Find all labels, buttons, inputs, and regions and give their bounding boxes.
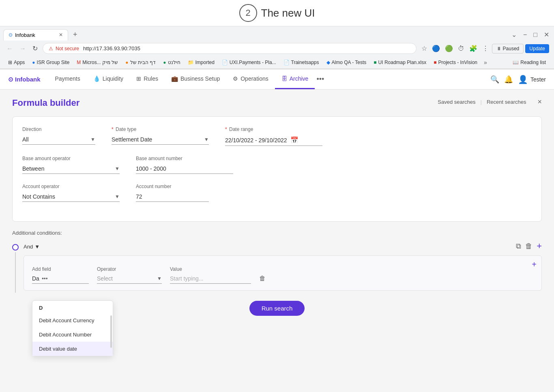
- dropdown-scrollbar[interactable]: [110, 315, 112, 348]
- operator-select[interactable]: Select ▼: [97, 274, 162, 284]
- copy-condition-button[interactable]: ⧉: [516, 242, 521, 251]
- roadmap-icon: ■: [374, 60, 376, 65]
- bookmark-ui-roadmap[interactable]: ■ UI Roadmap Plan.xlsx: [370, 58, 429, 66]
- operations-icon: ⚙: [233, 75, 238, 82]
- almo-label: Almo QA - Tests: [332, 60, 367, 65]
- form-row-3: Account operator Not Contains ▼ Account …: [22, 184, 532, 202]
- bookmark-apps[interactable]: ⊞ Apps: [5, 58, 28, 66]
- nav-more-button[interactable]: •••: [316, 75, 324, 84]
- title-bar: 2 The new UI: [0, 0, 554, 26]
- bookmark-micros[interactable]: M Micros... של מיק: [73, 58, 121, 66]
- date-type-select[interactable]: Settlement Date ▼: [112, 135, 209, 145]
- condition-box-add-button[interactable]: +: [532, 260, 537, 269]
- nav-payments[interactable]: Payments: [49, 69, 87, 89]
- profile-icon[interactable]: 🟢: [443, 43, 455, 54]
- delete-condition-button[interactable]: 🗑: [525, 242, 533, 251]
- business-label: Business Setup: [180, 75, 220, 82]
- almo-icon: ◆: [326, 60, 330, 65]
- bookmark-daf[interactable]: ● דף הבית של: [122, 58, 159, 66]
- formula-title: Formula builder: [12, 98, 79, 108]
- nav-items: Payments 💧 Liquidity ⊞ Rules 💼 Business …: [49, 69, 315, 89]
- bookmark-icon[interactable]: ☆: [420, 43, 429, 54]
- reload-button[interactable]: ↻: [31, 43, 39, 54]
- nav-user[interactable]: 👤 Tester: [518, 75, 546, 84]
- condition-content: And ▼ ⧉ 🗑 + + Add field: [24, 241, 542, 291]
- base-amount-operator-label: Base amount operator: [22, 156, 120, 161]
- account-operator-field: Account operator Not Contains ▼: [22, 184, 120, 202]
- nav-bell-icon[interactable]: 🔔: [504, 75, 513, 84]
- nav-liquidity[interactable]: 💧 Liquidity: [87, 69, 130, 89]
- value-label: Value: [170, 266, 251, 272]
- base-amount-operator-select[interactable]: Between ▼: [22, 164, 120, 174]
- condition-row-delete-button[interactable]: 🗑: [259, 275, 266, 284]
- account-operator-value: Not Contains: [22, 193, 55, 200]
- forward-button[interactable]: →: [18, 43, 28, 54]
- back-button[interactable]: ←: [5, 43, 15, 54]
- account-operator-select[interactable]: Not Contains ▼: [22, 192, 120, 202]
- calendar-icon[interactable]: 📅: [290, 136, 298, 144]
- reading-list-button[interactable]: 📖 Reading list: [509, 58, 549, 66]
- address-bar: ← → ↻ ⚠ Not secure http://17.336.93.90:7…: [0, 41, 554, 56]
- dropdown-item-debit-date[interactable]: Debit value date: [32, 342, 113, 356]
- condition-connector[interactable]: And ▼: [24, 244, 40, 250]
- maximize-button[interactable]: □: [532, 30, 539, 40]
- reading-list-icon: 📖: [513, 60, 519, 65]
- base-amount-number-value[interactable]: 1000 - 2000: [136, 164, 233, 174]
- paused-label: Paused: [503, 46, 520, 51]
- recent-searches-link[interactable]: Recent searches: [487, 99, 526, 105]
- base-amount-operator-arrow-icon: ▼: [115, 166, 120, 171]
- operator-container: Operator Select ▼: [97, 266, 162, 284]
- menu-icon[interactable]: ⋮: [481, 43, 490, 54]
- extensions-icon[interactable]: 🔵: [430, 43, 442, 54]
- dropdown-item-debit-number[interactable]: Debit Account Number: [32, 328, 113, 342]
- rules-label: Rules: [144, 75, 158, 82]
- archive-icon: 🗄: [281, 75, 287, 82]
- formula-close-button[interactable]: ×: [537, 98, 542, 106]
- bookmark-invision[interactable]: ■ Projects - InVision: [430, 58, 481, 66]
- collapse-tabs-button[interactable]: ⌄: [510, 29, 518, 40]
- form-row-2: Base amount operator Between ▼ Base amou…: [22, 156, 532, 174]
- saved-searches-link[interactable]: Saved searches: [438, 99, 475, 105]
- bookmark-trainets[interactable]: 📄 Trainetsapps: [280, 58, 322, 66]
- value-input[interactable]: Start typing...: [170, 274, 251, 284]
- add-field-container: Add field Da •••: [32, 266, 89, 284]
- url-input[interactable]: ⚠ Not secure http://17.336.93.90:7035: [43, 43, 417, 54]
- bookmark-isr[interactable]: ● ISR Group Site: [29, 58, 73, 66]
- add-field-input[interactable]: Da •••: [32, 274, 89, 284]
- direction-select[interactable]: All ▼: [22, 135, 95, 145]
- invision-icon: ■: [434, 60, 436, 65]
- nav-business-setup[interactable]: 💼 Business Setup: [165, 69, 226, 89]
- base-amount-number-label: Base amount number: [136, 156, 233, 161]
- bookmark-imported[interactable]: 📁 Imported: [185, 58, 218, 66]
- title-circle: 2: [239, 4, 257, 22]
- nav-operations[interactable]: ⚙ Operations: [226, 69, 275, 89]
- add-field-dots-icon[interactable]: •••: [42, 275, 48, 282]
- update-button[interactable]: Update: [525, 44, 549, 53]
- date-type-arrow-icon: ▼: [204, 137, 209, 142]
- browser-tab[interactable]: ⊙ Infobank ✕: [3, 29, 68, 41]
- nav-search-icon[interactable]: 🔍: [490, 75, 499, 84]
- liquidity-icon: 💧: [93, 75, 100, 82]
- tab-close-icon[interactable]: ✕: [59, 32, 63, 38]
- app-nav: ⊙ Infobank Payments 💧 Liquidity ⊞ Rules …: [0, 69, 554, 90]
- timer-icon[interactable]: ⏱: [456, 43, 466, 54]
- bookmark-almo[interactable]: ◆ Almo QA - Tests: [323, 58, 370, 66]
- tab-icon: ⊙: [9, 32, 13, 38]
- paused-button[interactable]: ⏸ Paused: [492, 44, 524, 54]
- nav-rules[interactable]: ⊞ Rules: [130, 69, 165, 89]
- nav-archive[interactable]: 🗄 Archive: [275, 69, 315, 89]
- bookmarks-more-icon[interactable]: »: [481, 58, 490, 67]
- bookmark-uxi[interactable]: 📄 UXI.Payments - Pla...: [219, 58, 279, 66]
- add-condition-button[interactable]: +: [537, 241, 542, 251]
- new-tab-button[interactable]: +: [70, 29, 81, 41]
- date-range-input[interactable]: 22/10/2022 - 29/10/2022 📅: [225, 135, 322, 146]
- dropdown-item-debit-currency[interactable]: Debit Account Currency: [32, 313, 113, 328]
- formula-builder-panel: Direction All ▼ * Date type Settlement D…: [12, 116, 542, 222]
- puzzle-icon[interactable]: 🧩: [468, 43, 479, 54]
- direction-value: All: [22, 136, 29, 143]
- bookmark-chilanet[interactable]: ● חילנט: [160, 58, 183, 66]
- close-browser-button[interactable]: ✕: [542, 29, 551, 40]
- run-search-button[interactable]: Run search: [249, 301, 305, 316]
- minimize-button[interactable]: −: [522, 30, 528, 40]
- account-number-value[interactable]: 72: [136, 192, 209, 202]
